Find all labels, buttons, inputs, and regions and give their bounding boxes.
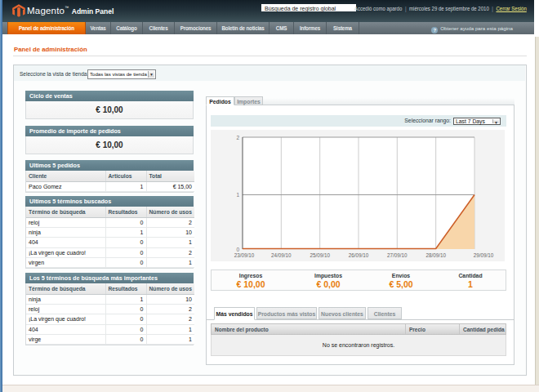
svg-text:29/09/10: 29/09/10	[474, 252, 494, 258]
svg-text:24/09/10: 24/09/10	[271, 252, 292, 258]
svg-text:2: 2	[236, 135, 239, 140]
svg-text:27/09/10: 27/09/10	[387, 252, 408, 258]
svg-text:23/09/10: 23/09/10	[234, 252, 255, 258]
svg-text:25/09/10: 25/09/10	[310, 252, 330, 258]
svg-text:0: 0	[236, 247, 239, 252]
svg-text:26/09/10: 26/09/10	[349, 252, 369, 258]
svg-text:1: 1	[236, 192, 239, 198]
svg-text:28/09/10: 28/09/10	[425, 252, 446, 258]
